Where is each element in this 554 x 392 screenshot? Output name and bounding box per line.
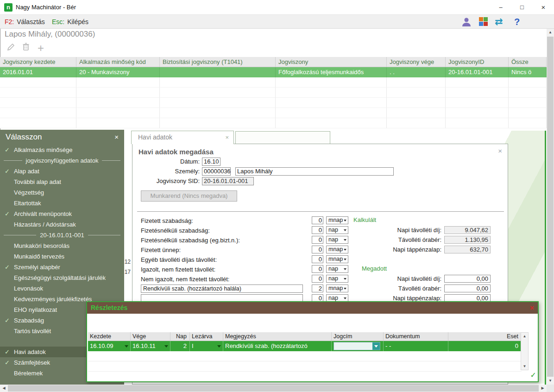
megadott-value-input[interactable]: 0,00 bbox=[444, 285, 491, 292]
detail-column-header[interactable]: Nap bbox=[170, 332, 190, 341]
sidebar-item-hazastars-adostarsak[interactable]: Házastárs / Adóstársak bbox=[0, 219, 124, 230]
megadott-field-label: Napi távolléti díj: bbox=[364, 275, 441, 283]
absence-value-input[interactable]: 0 bbox=[312, 255, 323, 263]
column-header[interactable]: Biztosítási jogviszony (T1041) bbox=[160, 57, 276, 67]
detail-column-header[interactable]: Dokumentum bbox=[384, 332, 448, 341]
sidebar-item-vegzettseg[interactable]: Végzettség bbox=[0, 187, 124, 198]
absence-unit-select[interactable]: mnap bbox=[326, 255, 348, 263]
sidebar-close-icon[interactable]: × bbox=[114, 130, 119, 145]
edit-pencil-icon[interactable] bbox=[6, 43, 17, 55]
table-row-selected[interactable]: 2016.01.01 20 - Munkaviszony Főfoglalkoz… bbox=[0, 67, 547, 77]
delete-trash-icon[interactable] bbox=[20, 43, 31, 55]
column-header[interactable]: JogviszonyID bbox=[446, 57, 509, 67]
tab-empty[interactable] bbox=[235, 131, 330, 144]
scroll-up-icon[interactable]: ▲ bbox=[521, 333, 528, 340]
sidebar-item-szemelyi-alapber[interactable]: ✓Személyi alapbér bbox=[0, 262, 124, 272]
szemely-code-input[interactable]: 00000036 bbox=[202, 167, 231, 176]
menu-item-kilepes[interactable]: Esc: Kilépés bbox=[52, 15, 88, 29]
sidebar-item-label: Munkaidő tervezés bbox=[14, 253, 64, 260]
column-header[interactable]: Össze bbox=[509, 57, 547, 67]
panel-close-icon[interactable]: × bbox=[498, 147, 502, 155]
scroll-down-icon[interactable]: ▼ bbox=[547, 377, 554, 385]
absence-type-combo[interactable]: Rendkívüli szab. (hozzátartozó halála) bbox=[141, 285, 303, 293]
scroll-left-icon[interactable]: ◀ bbox=[0, 385, 8, 392]
user-icon[interactable] bbox=[461, 17, 472, 31]
sidebar-item-alap-adat[interactable]: ✓Alap adat bbox=[0, 166, 124, 177]
vertical-scroll-thumb[interactable] bbox=[547, 37, 554, 377]
sidebar-item-munkaido-tervezes[interactable]: Munkaidő tervezés bbox=[0, 251, 124, 262]
add-plus-icon[interactable]: + bbox=[35, 43, 46, 55]
valasztas-label: Választás bbox=[17, 18, 45, 25]
horizontal-scroll-thumb[interactable] bbox=[8, 385, 539, 392]
absence-value-input[interactable]: 2 bbox=[312, 285, 323, 292]
kalkulalt-value-field: 1.130,95 bbox=[444, 236, 491, 244]
absence-unit-select[interactable]: nap bbox=[326, 226, 348, 234]
maximize-button[interactable]: □ bbox=[511, 0, 533, 15]
absence-unit-select[interactable]: mnap bbox=[326, 246, 348, 253]
sidebar-item-levonasok[interactable]: Levonások bbox=[0, 283, 124, 294]
check-icon: ✓ bbox=[5, 315, 10, 326]
sidebar-item-label: Havi adatok bbox=[14, 348, 46, 355]
minimize-button[interactable]: – bbox=[490, 0, 511, 15]
scroll-up-icon[interactable]: ▲ bbox=[547, 29, 554, 36]
close-window-button[interactable]: × bbox=[533, 0, 554, 15]
help-icon[interactable]: ? bbox=[514, 15, 520, 29]
sidebar-item-label: További alap adat bbox=[14, 178, 61, 185]
szemely-name-input[interactable]: Lapos Mihály bbox=[235, 167, 394, 176]
chevron-down-icon[interactable] bbox=[125, 345, 128, 348]
datum-input[interactable]: 16.10 bbox=[202, 158, 220, 166]
tab-havi-adatok[interactable]: Havi adatok × bbox=[131, 131, 234, 144]
megadott-value-input[interactable]: 0,00 bbox=[444, 275, 491, 283]
detail-column-header[interactable]: Lezárva bbox=[190, 332, 223, 341]
detail-column-header[interactable]: Megjegyzés bbox=[223, 332, 332, 341]
column-header[interactable]: Alkalmazás minőség kód bbox=[76, 57, 160, 67]
detail-column-header[interactable]: Jogcím bbox=[332, 332, 384, 341]
absence-unit-select[interactable]: mnap bbox=[326, 216, 348, 224]
sidebar-item-egeszsegugyi-szolgaltatasi-jarulek[interactable]: Egészségügyi szolgáltatási járulék bbox=[0, 272, 124, 283]
sidebar-item-archivalt-menupontok[interactable]: ✓Archivált menüpontok bbox=[0, 209, 124, 219]
sidebar-item-alkalmazas-minosege[interactable]: ✓Alkalmazás minősége bbox=[0, 145, 124, 155]
reszletezes-titlebar[interactable]: Részletezés × bbox=[87, 302, 538, 314]
reszletezes-close-icon[interactable]: × bbox=[530, 302, 534, 314]
absence-unit-select[interactable]: mnap bbox=[326, 285, 348, 292]
absence-unit-select[interactable]: nap bbox=[326, 236, 348, 244]
vertical-scrollbar[interactable]: ▲ ▼ bbox=[547, 29, 554, 385]
transfer-arrows-icon[interactable]: ⇄ bbox=[495, 15, 503, 29]
absence-value-input[interactable]: 0 bbox=[312, 226, 323, 234]
chevron-down-icon[interactable] bbox=[217, 345, 221, 348]
absence-value-input[interactable]: 0 bbox=[312, 216, 323, 224]
horizontal-scrollbar[interactable]: ◀ ▶ bbox=[0, 385, 547, 392]
column-header[interactable]: Jogviszony bbox=[276, 57, 387, 67]
detail-scrollbar[interactable]: ▲ ▼ bbox=[521, 332, 529, 370]
table-header-row: Jogviszony kezdete Alkalmazás minőség kó… bbox=[0, 57, 547, 67]
absence-value-input[interactable]: 0 bbox=[312, 275, 323, 283]
absence-value-input[interactable]: 0 bbox=[312, 236, 323, 244]
detail-column-header[interactable]: Vége bbox=[131, 332, 170, 341]
absence-value-input[interactable]: 0 bbox=[312, 246, 323, 253]
sidebar-item-munkakori-besorolas[interactable]: Munkaköri besorolás bbox=[0, 240, 124, 251]
chevron-down-icon[interactable] bbox=[372, 342, 380, 350]
confirm-check-icon[interactable]: ✓ bbox=[530, 371, 536, 379]
absence-unit-select[interactable]: nap bbox=[326, 265, 348, 273]
absence-unit-select[interactable]: nap bbox=[326, 275, 348, 283]
sidebar-item-eltartottak[interactable]: Eltartottak bbox=[0, 198, 124, 209]
detail-column-header[interactable]: Eset bbox=[448, 332, 522, 341]
person-header: Lapos Mihály, (00000036) bbox=[5, 30, 95, 39]
column-header[interactable]: Jogviszony kezdete bbox=[0, 57, 76, 67]
modules-grid-icon[interactable] bbox=[479, 17, 488, 26]
menu-item-valasztas[interactable]: F2: Választás bbox=[5, 15, 45, 29]
tab-close-icon[interactable]: × bbox=[225, 131, 229, 144]
detail-row-selected[interactable]: 16.10.09 16.10.11 2 I Rendkívüli szab. (… bbox=[88, 341, 522, 351]
munkarend-button[interactable]: Munkarend (Nincs megadva) bbox=[141, 190, 237, 202]
detail-column-header[interactable]: Kezdete bbox=[88, 332, 131, 341]
chevron-down-icon[interactable] bbox=[164, 345, 168, 348]
absence-value-input[interactable]: 0 bbox=[312, 265, 323, 273]
szemely-label: Személy: bbox=[132, 167, 200, 176]
column-header[interactable]: Jogviszony vége bbox=[387, 57, 446, 67]
scroll-down-icon[interactable]: ▼ bbox=[521, 363, 528, 370]
scroll-right-icon[interactable]: ▶ bbox=[539, 385, 547, 392]
sidebar-item-label: Személyi alapbér bbox=[14, 264, 60, 271]
kalkulalt-value-field: 632,70 bbox=[444, 246, 491, 253]
sidebar-item-tovabbi-alap-adat[interactable]: További alap adat bbox=[0, 177, 124, 187]
jogcim-combo[interactable] bbox=[334, 342, 380, 350]
